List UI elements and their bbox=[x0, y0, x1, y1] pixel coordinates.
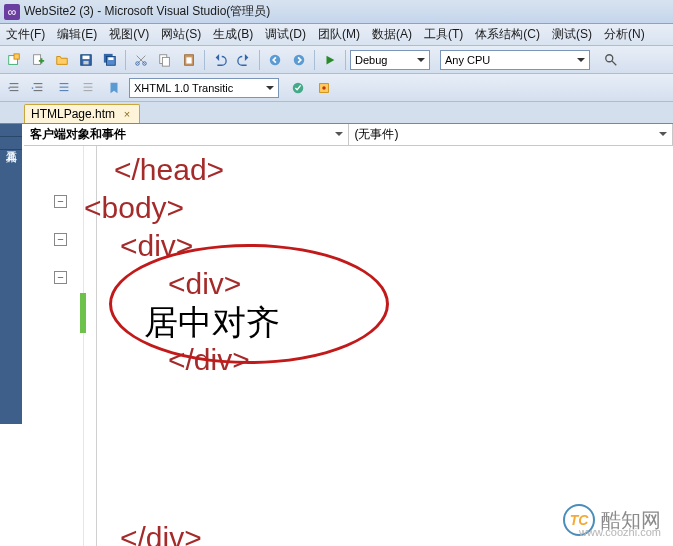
svg-rect-5 bbox=[83, 60, 88, 64]
document-tab[interactable]: HTMLPage.htm × bbox=[24, 104, 140, 123]
outdent-button[interactable] bbox=[3, 77, 25, 99]
find-button[interactable] bbox=[600, 49, 622, 71]
svg-rect-4 bbox=[83, 55, 90, 59]
toolbar-separator bbox=[314, 50, 315, 70]
menu-debug[interactable]: 调试(D) bbox=[259, 24, 312, 45]
menu-file[interactable]: 文件(F) bbox=[0, 24, 51, 45]
toolbar-separator bbox=[204, 50, 205, 70]
save-all-button[interactable] bbox=[99, 49, 121, 71]
nav-fwd-button[interactable] bbox=[288, 49, 310, 71]
redo-button[interactable] bbox=[233, 49, 255, 71]
window-title: WebSite2 (3) - Microsoft Visual Studio(管… bbox=[24, 3, 270, 20]
doctype-combo[interactable]: XHTML 1.0 Transitic bbox=[129, 78, 279, 98]
document-tab-label: HTMLPage.htm bbox=[31, 107, 115, 121]
fold-toggle-icon[interactable] bbox=[54, 233, 67, 246]
watermark-url: www.coozhi.com bbox=[579, 526, 661, 538]
standard-toolbar: Debug Any CPU bbox=[0, 46, 673, 74]
code-line: </div> bbox=[168, 341, 250, 379]
cut-button[interactable] bbox=[130, 49, 152, 71]
nav-back-button[interactable] bbox=[264, 49, 286, 71]
menu-website[interactable]: 网站(S) bbox=[155, 24, 207, 45]
menu-bar: 文件(F) 编辑(E) 视图(V) 网站(S) 生成(B) 调试(D) 团队(M… bbox=[0, 24, 673, 46]
uncomment-button[interactable] bbox=[77, 77, 99, 99]
style-button[interactable] bbox=[313, 77, 335, 99]
nav-objects-combo[interactable]: 客户端对象和事件 bbox=[24, 124, 349, 145]
comment-button[interactable] bbox=[53, 77, 75, 99]
start-button[interactable] bbox=[319, 49, 341, 71]
menu-analyze[interactable]: 分析(N) bbox=[598, 24, 651, 45]
toolbar-separator bbox=[345, 50, 346, 70]
save-button[interactable] bbox=[75, 49, 97, 71]
menu-edit[interactable]: 编辑(E) bbox=[51, 24, 103, 45]
fold-toggle-icon[interactable] bbox=[54, 195, 67, 208]
toolbar-separator bbox=[125, 50, 126, 70]
document-tab-well: HTMLPage.htm × bbox=[0, 102, 673, 124]
menu-arch[interactable]: 体系结构(C) bbox=[469, 24, 546, 45]
copy-button[interactable] bbox=[154, 49, 176, 71]
menu-team[interactable]: 团队(M) bbox=[312, 24, 366, 45]
add-item-button[interactable] bbox=[27, 49, 49, 71]
code-line: </head> bbox=[114, 151, 224, 189]
new-project-button[interactable] bbox=[3, 49, 25, 71]
menu-tools[interactable]: 工具(T) bbox=[418, 24, 469, 45]
validate-button[interactable] bbox=[287, 77, 309, 99]
svg-point-15 bbox=[270, 54, 281, 65]
config-combo[interactable]: Debug bbox=[350, 50, 430, 70]
title-bar: WebSite2 (3) - Microsoft Visual Studio(管… bbox=[0, 0, 673, 24]
side-tab-strip: 服务器资源管理器 工具箱 bbox=[0, 124, 22, 424]
open-button[interactable] bbox=[51, 49, 73, 71]
svg-rect-1 bbox=[14, 53, 19, 58]
menu-build[interactable]: 生成(B) bbox=[207, 24, 259, 45]
undo-button[interactable] bbox=[209, 49, 231, 71]
platform-combo[interactable]: Any CPU bbox=[440, 50, 590, 70]
svg-rect-8 bbox=[108, 57, 113, 60]
code-editor[interactable]: </head> <body> <div> <div> 居中对齐 </div> <… bbox=[24, 146, 673, 546]
menu-view[interactable]: 视图(V) bbox=[103, 24, 155, 45]
menu-test[interactable]: 测试(S) bbox=[546, 24, 598, 45]
paste-button[interactable] bbox=[178, 49, 200, 71]
nav-events-combo[interactable]: (无事件) bbox=[349, 124, 674, 145]
code-line: <div> bbox=[168, 265, 241, 303]
svg-point-17 bbox=[606, 54, 613, 61]
code-line: 居中对齐 bbox=[144, 303, 280, 341]
svg-point-20 bbox=[322, 86, 326, 90]
svg-rect-12 bbox=[162, 57, 169, 66]
close-tab-icon[interactable]: × bbox=[121, 108, 133, 120]
code-line: <div> bbox=[120, 227, 193, 265]
server-explorer-tab[interactable]: 服务器资源管理器 bbox=[0, 124, 22, 137]
code-line: <body> bbox=[84, 189, 184, 227]
svg-rect-14 bbox=[186, 57, 191, 63]
toolbox-tab[interactable]: 工具箱 bbox=[0, 137, 22, 150]
menu-data[interactable]: 数据(A) bbox=[366, 24, 418, 45]
navigation-bar: 客户端对象和事件 (无事件) bbox=[24, 124, 673, 146]
svg-point-16 bbox=[294, 54, 305, 65]
bookmark-button[interactable] bbox=[103, 77, 125, 99]
toolbar-separator bbox=[259, 50, 260, 70]
watermark: TC 酷知网 www.coozhi.com bbox=[563, 504, 661, 536]
code-content: </head> <body> <div> <div> 居中对齐 </div> <… bbox=[84, 151, 280, 546]
html-toolbar: XHTML 1.0 Transitic bbox=[0, 74, 673, 102]
fold-toggle-icon[interactable] bbox=[54, 271, 67, 284]
indent-button[interactable] bbox=[27, 77, 49, 99]
vs-logo-icon bbox=[4, 4, 20, 20]
code-line: </div> bbox=[120, 519, 202, 546]
svg-rect-2 bbox=[34, 54, 41, 64]
